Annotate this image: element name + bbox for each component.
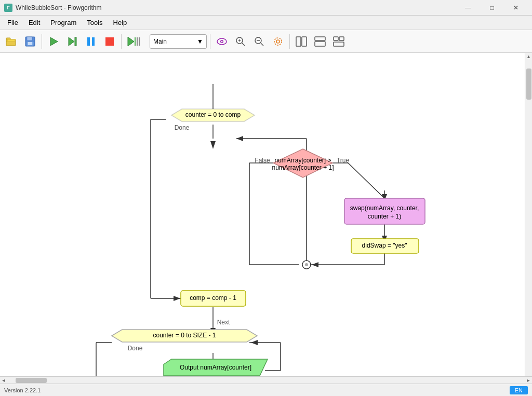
dropdown-arrow: ▼ xyxy=(197,38,203,45)
swap-label-2: counter + 1) xyxy=(368,213,401,220)
svg-rect-33 xyxy=(339,37,344,40)
svg-rect-29 xyxy=(302,37,307,46)
app-title: WhileBubbleSort - Flowgorithm xyxy=(16,4,101,11)
separator-1 xyxy=(42,34,42,49)
svg-point-26 xyxy=(276,40,280,43)
zoom-in-button[interactable] xyxy=(232,33,249,50)
app-icon: F xyxy=(4,4,12,12)
layout-btn-1[interactable] xyxy=(293,33,310,50)
separator-2 xyxy=(121,34,122,49)
diamond-label-2: numArray[counter + 1] xyxy=(272,164,334,171)
svg-rect-11 xyxy=(105,37,114,46)
svg-rect-14 xyxy=(137,37,138,46)
svg-point-27 xyxy=(274,38,282,45)
function-dropdown[interactable]: Main ▼ xyxy=(150,34,207,49)
flowchart-svg: counter = 0 to comp Done numArray[counte… xyxy=(0,53,525,376)
stop-button[interactable] xyxy=(101,33,118,50)
for2-label: counter = 0 to SIZE - 1 xyxy=(153,332,216,339)
svg-marker-6 xyxy=(50,37,58,46)
titlebar: F WhileBubbleSort - Flowgorithm — □ ✕ xyxy=(0,0,532,16)
svg-line-39 xyxy=(348,163,384,198)
svg-rect-32 xyxy=(334,37,338,40)
didswap-label: didSwap = "yes" xyxy=(362,242,407,249)
comp-label: comp = comp - 1 xyxy=(190,294,236,302)
next-label: Next xyxy=(217,319,230,326)
scroll-thumb-v[interactable] xyxy=(526,69,531,100)
vertical-scrollbar[interactable]: ▲ xyxy=(525,53,532,376)
zoom-out-button[interactable] xyxy=(251,33,268,50)
settings-button[interactable] xyxy=(270,33,286,50)
svg-rect-15 xyxy=(139,37,140,46)
layout-btn-3[interactable] xyxy=(330,33,347,50)
svg-line-22 xyxy=(242,43,245,46)
pause-button[interactable] xyxy=(83,33,99,50)
toolbar: Main ▼ xyxy=(0,30,532,53)
svg-rect-8 xyxy=(75,37,76,46)
version-label: Version 2.22.1 xyxy=(4,387,41,393)
svg-marker-37 xyxy=(210,141,216,149)
titlebar-left: F WhileBubbleSort - Flowgorithm xyxy=(4,4,101,12)
separator-3 xyxy=(210,34,210,49)
svg-rect-31 xyxy=(315,42,325,46)
save-button[interactable] xyxy=(22,33,38,50)
layout-btn-2[interactable] xyxy=(312,33,328,50)
svg-marker-66 xyxy=(251,340,258,345)
svg-rect-34 xyxy=(334,42,344,46)
minimize-button[interactable]: — xyxy=(456,0,480,16)
play-button[interactable] xyxy=(45,33,62,50)
false-label: False xyxy=(255,157,270,164)
swap-label-1: swap(numArray, counter, xyxy=(350,204,419,212)
separator-4 xyxy=(289,34,290,49)
language-button[interactable]: EN xyxy=(510,386,528,394)
for1-label: counter = 0 to comp xyxy=(185,111,241,118)
menu-edit[interactable]: Edit xyxy=(23,17,45,29)
menubar: File Edit Program Tools Help xyxy=(0,16,532,30)
svg-rect-3 xyxy=(27,37,32,40)
scroll-up-arrow[interactable]: ▲ xyxy=(525,53,533,60)
svg-rect-28 xyxy=(296,37,301,46)
menu-help[interactable]: Help xyxy=(108,17,132,29)
menu-program[interactable]: Program xyxy=(45,17,82,29)
svg-marker-58 xyxy=(174,296,180,301)
variable-watch-button[interactable] xyxy=(214,33,230,50)
scroll-thumb-h[interactable] xyxy=(16,378,47,383)
main-area: counter = 0 to comp Done numArray[counte… xyxy=(0,53,532,376)
svg-marker-54 xyxy=(236,136,243,141)
done-label-2: Done xyxy=(128,345,143,352)
svg-rect-10 xyxy=(92,37,95,46)
statusbar: Version 2.22.1 EN xyxy=(0,384,532,396)
svg-rect-5 xyxy=(28,42,32,45)
horizontal-scrollbar[interactable]: ◄ ► xyxy=(0,376,532,384)
scroll-left-arrow[interactable]: ◄ xyxy=(0,377,7,384)
svg-marker-12 xyxy=(128,37,134,46)
menu-tools[interactable]: Tools xyxy=(82,17,108,29)
speed-button[interactable] xyxy=(125,33,148,50)
output-label: Output numArray[counter] xyxy=(180,364,251,371)
svg-point-18 xyxy=(221,40,223,42)
svg-rect-9 xyxy=(87,37,90,46)
maximize-button[interactable]: □ xyxy=(480,0,504,16)
step-button[interactable] xyxy=(64,33,81,50)
open-button[interactable] xyxy=(3,33,20,50)
svg-rect-13 xyxy=(135,37,136,46)
window-controls: — □ ✕ xyxy=(456,0,528,16)
done-label-1: Done xyxy=(175,124,190,131)
svg-point-51 xyxy=(305,263,308,266)
scroll-right-arrow[interactable]: ► xyxy=(525,377,532,384)
diamond-label-1: numArray[counter] > xyxy=(274,157,331,164)
svg-rect-30 xyxy=(315,37,325,40)
true-label: True xyxy=(337,157,350,164)
canvas-area[interactable]: counter = 0 to comp Done numArray[counte… xyxy=(0,53,525,376)
close-button[interactable]: ✕ xyxy=(504,0,528,16)
svg-line-25 xyxy=(261,43,263,46)
svg-marker-7 xyxy=(69,37,74,46)
svg-marker-49 xyxy=(312,262,318,267)
menu-file[interactable]: File xyxy=(2,17,23,29)
